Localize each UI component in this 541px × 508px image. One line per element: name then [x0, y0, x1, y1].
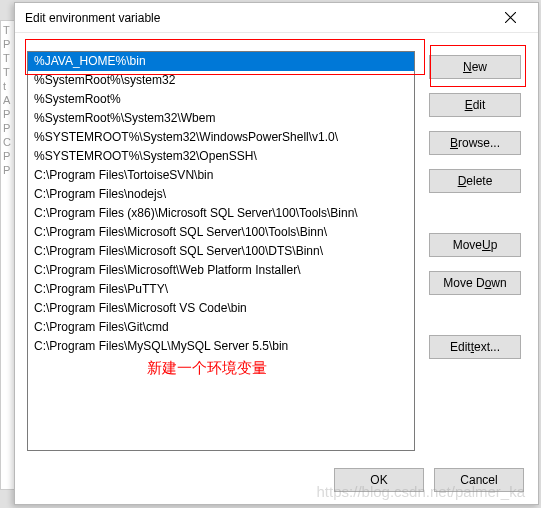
- button-column: New Edit Browse... Delete Move Up Move D…: [429, 47, 521, 447]
- path-list-item[interactable]: C:\Program Files\Microsoft SQL Server\10…: [28, 242, 414, 261]
- dialog-content: %JAVA_HOME%\bin%SystemRoot%\system32%Sys…: [15, 33, 538, 504]
- path-list-item[interactable]: C:\Program Files\Microsoft\Web Platform …: [28, 261, 414, 280]
- browse-button[interactable]: Browse...: [429, 131, 521, 155]
- move-up-button[interactable]: Move Up: [429, 233, 521, 257]
- main-row: %JAVA_HOME%\bin%SystemRoot%\system32%Sys…: [27, 47, 526, 447]
- path-list-item[interactable]: C:\Program Files\TortoiseSVN\bin: [28, 166, 414, 185]
- path-list-item[interactable]: C:\Program Files\MySQL\MySQL Server 5.5\…: [28, 337, 414, 356]
- path-list-item[interactable]: %SystemRoot%: [28, 90, 414, 109]
- cancel-button[interactable]: Cancel: [434, 468, 524, 492]
- close-icon: [505, 12, 516, 23]
- close-button[interactable]: [490, 4, 530, 32]
- delete-button[interactable]: Delete: [429, 169, 521, 193]
- new-button[interactable]: New: [429, 55, 521, 79]
- path-list-item[interactable]: %SystemRoot%\System32\Wbem: [28, 109, 414, 128]
- path-list-item[interactable]: C:\Program Files\Microsoft SQL Server\10…: [28, 223, 414, 242]
- path-list-item[interactable]: C:\Program Files\Git\cmd: [28, 318, 414, 337]
- path-list-item[interactable]: C:\Program Files\Microsoft VS Code\bin: [28, 299, 414, 318]
- path-list-item[interactable]: C:\Program Files\PuTTY\: [28, 280, 414, 299]
- edit-env-var-dialog: Edit environment variable %JAVA_HOME%\bi…: [14, 2, 539, 505]
- annotation-text: 新建一个环境变量: [147, 359, 526, 378]
- dialog-footer: OK Cancel: [334, 468, 524, 492]
- titlebar: Edit environment variable: [15, 3, 538, 33]
- move-down-button[interactable]: Move Down: [429, 271, 521, 295]
- edit-button[interactable]: Edit: [429, 93, 521, 117]
- path-list-item[interactable]: %JAVA_HOME%\bin: [28, 52, 414, 71]
- path-list-item[interactable]: %SystemRoot%\system32: [28, 71, 414, 90]
- ok-button[interactable]: OK: [334, 468, 424, 492]
- path-list-item[interactable]: C:\Program Files (x86)\Microsoft SQL Ser…: [28, 204, 414, 223]
- path-list-item[interactable]: C:\Program Files\nodejs\: [28, 185, 414, 204]
- path-list-item[interactable]: %SYSTEMROOT%\System32\OpenSSH\: [28, 147, 414, 166]
- path-listbox[interactable]: %JAVA_HOME%\bin%SystemRoot%\system32%Sys…: [27, 51, 415, 451]
- edit-text-button[interactable]: Edit text...: [429, 335, 521, 359]
- dialog-title: Edit environment variable: [25, 11, 160, 25]
- path-list-item[interactable]: %SYSTEMROOT%\System32\WindowsPowerShell\…: [28, 128, 414, 147]
